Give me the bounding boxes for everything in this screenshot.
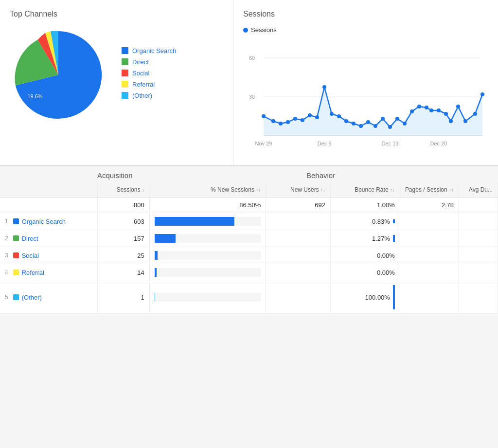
bounce-rate-social: 0.00%	[331, 247, 400, 264]
sessions-chart-svg: 60 30	[243, 38, 488, 155]
channel-link-other[interactable]: 5 (Other)	[5, 294, 92, 301]
sessions-social: 25	[97, 247, 149, 264]
legend-color-social	[122, 70, 128, 76]
table-row-social: 3 Social 25 0.00%	[0, 247, 498, 264]
total-avg-duration	[459, 197, 498, 213]
chart-point	[473, 112, 477, 116]
sort-icon-pages: ↑↓	[449, 187, 454, 193]
chart-point	[449, 119, 453, 123]
analytics-table: Sessions ↓ % New Sessions ↑↓ New Users ↑…	[0, 182, 498, 314]
chart-point	[381, 117, 385, 121]
bounce-inline-referral: 0.00%	[336, 269, 395, 276]
chart-point	[444, 112, 448, 116]
channel-link-direct[interactable]: 2 Direct	[5, 235, 92, 242]
bar-cell-direct	[149, 230, 266, 247]
th-channel	[0, 182, 97, 197]
total-pages-session: 2.78	[400, 197, 459, 213]
channel-dot-other	[13, 294, 19, 300]
chart-point	[374, 124, 377, 128]
channel-name-referral: Referral	[22, 269, 44, 276]
bar-container-organic	[155, 217, 261, 226]
chart-point	[480, 92, 484, 96]
th-sessions: Sessions ↓	[97, 182, 149, 197]
chart-point	[359, 124, 363, 128]
avg-referral	[459, 264, 498, 281]
th-pct-new-sessions: % New Sessions ↑↓	[149, 182, 266, 197]
sort-icon: ↓	[142, 187, 144, 193]
legend-item-other: (Other)	[122, 92, 176, 99]
legend-color-other	[122, 92, 128, 99]
total-sessions: 800	[97, 197, 149, 213]
bounce-inline-direct: 1.27%	[336, 235, 395, 242]
sessions-other: 1	[97, 281, 149, 314]
channel-link-referral[interactable]: 4 Referral	[5, 269, 92, 276]
legend-label-organic[interactable]: Organic Search	[132, 47, 176, 54]
table-row-other: 5 (Other) 1 100.00%	[0, 281, 498, 314]
sort-icon-pct: ↑↓	[256, 187, 261, 193]
chart-wrapper: 60 30	[243, 38, 488, 155]
svg-text:60: 60	[249, 55, 255, 61]
table-row-direct: 2 Direct 157 1.27%	[0, 230, 498, 247]
channel-dot-organic	[13, 218, 19, 224]
channel-name-other: (Other)	[22, 294, 42, 301]
chart-point	[403, 122, 407, 125]
chart-legend: Sessions	[243, 26, 488, 34]
legend-item-social: Social	[122, 70, 176, 77]
svg-text:Dec 20: Dec 20	[430, 141, 447, 146]
row-num-5: 5	[5, 294, 8, 301]
legend-label-social[interactable]: Social	[132, 70, 149, 77]
top-channels-panel: Top Channels	[0, 0, 233, 165]
bounce-inline-other: 100.00%	[336, 285, 395, 309]
channel-dot-direct	[13, 235, 19, 241]
section-labels-row: Acquisition Behavior	[0, 165, 498, 182]
bounce-bar-organic	[393, 219, 395, 223]
bounce-inline-organic: 0.83%	[336, 218, 395, 225]
pie-chart: 75.4% 19.6%	[10, 26, 107, 124]
legend-color-organic	[122, 47, 128, 54]
channel-name-direct: Direct	[22, 235, 38, 242]
legend-label-direct[interactable]: Direct	[132, 58, 149, 66]
chart-point	[322, 85, 326, 89]
pie-legend: Organic Search Direct Social Referral (O…	[122, 47, 176, 103]
row-num-4: 4	[5, 269, 8, 276]
bar-container-social	[155, 251, 261, 260]
channel-cell-organic: 1 Organic Search	[0, 213, 97, 230]
sessions-panel: Sessions Sessions 60 30	[233, 0, 498, 165]
chart-point	[410, 109, 414, 113]
channel-cell-referral: 4 Referral	[0, 264, 97, 281]
sort-icon-new-users: ↑↓	[320, 187, 325, 193]
legend-label-referral[interactable]: Referral	[132, 81, 155, 88]
table-total-row: 800 86.50% 692 1.00% 2.78	[0, 197, 498, 213]
sessions-direct: 157	[97, 230, 149, 247]
th-new-users: New Users ↑↓	[266, 182, 331, 197]
legend-item-referral: Referral	[122, 81, 176, 88]
chart-point	[366, 120, 370, 124]
bar-cell-other	[149, 281, 266, 314]
bounce-bar-direct	[393, 235, 395, 242]
chart-point	[271, 119, 275, 123]
chart-point	[293, 117, 297, 121]
behavior-label: Behavior	[306, 171, 335, 179]
chart-point	[437, 108, 441, 112]
bar-container-direct	[155, 234, 261, 243]
chart-point	[337, 114, 341, 118]
table-row-organic: 1 Organic Search 603 0.83%	[0, 213, 498, 230]
bar-fill-referral	[155, 268, 157, 277]
svg-text:Dec 6: Dec 6	[318, 141, 332, 146]
legend-label-other[interactable]: (Other)	[132, 92, 152, 99]
bar-container-other	[155, 293, 261, 302]
th-pages-session: Pages / Session ↑↓	[400, 182, 459, 197]
channel-link-organic[interactable]: 1 Organic Search	[5, 218, 92, 225]
bounce-rate-organic: 0.83%	[331, 213, 400, 230]
channel-link-social[interactable]: 3 Social	[5, 252, 92, 259]
pages-social	[400, 247, 459, 264]
svg-text:Dec 13: Dec 13	[382, 141, 399, 146]
channel-dot-referral	[13, 269, 19, 275]
chart-point	[388, 125, 392, 129]
new-users-organic	[266, 213, 331, 230]
legend-color-referral	[122, 81, 128, 88]
chart-point	[308, 113, 312, 117]
bar-cell-referral	[149, 264, 266, 281]
sessions-referral: 14	[97, 264, 149, 281]
bounce-rate-direct: 1.27%	[331, 230, 400, 247]
